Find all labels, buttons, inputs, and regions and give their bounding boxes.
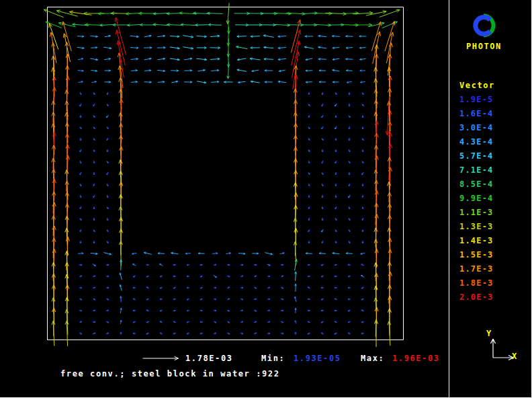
legend-entry: 1.6E-4 (459, 107, 494, 121)
photon-window: 1.78E-03 Min: 1.93E-05 Max: 1.96E-03 fre… (0, 0, 532, 398)
legend-entry: 5.7E-4 (459, 149, 494, 163)
legend-entry: 1.5E-3 (459, 248, 494, 262)
legend-entry: 1.8E-3 (459, 276, 494, 290)
app-title: PHOTON (466, 42, 502, 51)
vector-legend: 1.9E-51.6E-43.0E-44.3E-45.7E-47.1E-48.5E… (459, 93, 494, 305)
max-value: 1.96E-03 (392, 354, 440, 363)
legend-entry: 9.9E-4 (459, 192, 494, 206)
photon-logo-icon (469, 11, 498, 40)
panel-divider (449, 0, 449, 398)
axis-indicator-icon (485, 331, 532, 363)
x-axis-label: X (512, 352, 518, 361)
vector-field-plot (0, 0, 449, 398)
legend-entry: 7.1E-4 (459, 163, 494, 177)
legend-entry: 1.9E-5 (459, 93, 494, 107)
legend-entry: 3.0E-4 (459, 121, 494, 135)
legend-entry: 1.3E-3 (459, 220, 494, 234)
legend-title: Vector (459, 81, 495, 90)
legend-entry: 1.7E-3 (459, 262, 494, 276)
legend-entry: 4.3E-4 (459, 135, 494, 149)
plot-title: free conv.; steel block in water :922 (60, 369, 280, 379)
min-label: Min: (261, 354, 285, 363)
max-label: Max: (361, 354, 384, 363)
min-value: 1.93E-05 (294, 354, 341, 363)
legend-entry: 1.4E-3 (459, 234, 494, 248)
legend-entry: 2.0E-3 (459, 290, 494, 305)
legend-entry: 1.1E-3 (459, 206, 494, 220)
legend-entry: 8.5E-4 (459, 177, 494, 192)
scale-arrow-value: 1.78E-03 (185, 354, 233, 363)
